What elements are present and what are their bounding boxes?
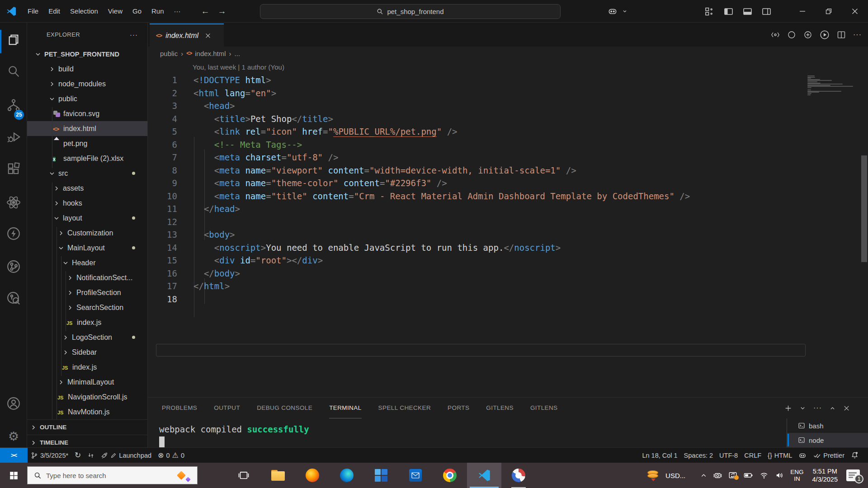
wifi-tray-icon[interactable] <box>760 471 769 479</box>
menu-run[interactable]: Run <box>146 5 169 18</box>
menu-selection[interactable]: Selection <box>65 5 103 18</box>
customize-layout-icon[interactable] <box>703 5 716 18</box>
camera-tray-icon[interactable] <box>713 471 722 480</box>
close-panel-icon[interactable] <box>843 405 850 412</box>
tree-folder-src[interactable]: src <box>27 166 148 181</box>
tree-folder-node-modules[interactable]: node_modules <box>27 76 148 91</box>
panel-more-actions-icon[interactable]: ··· <box>813 404 822 412</box>
tree-folder-notificationsect-[interactable]: NotificationSect... <box>27 270 148 285</box>
run-file-button[interactable] <box>820 30 830 40</box>
store-button[interactable] <box>364 463 398 488</box>
encoding-item[interactable]: UTF-8 <box>716 452 741 459</box>
tree-folder-build[interactable]: build <box>27 61 148 76</box>
compare-item[interactable] <box>84 448 98 463</box>
copilot-icon[interactable] <box>606 5 619 18</box>
tree-file-navmotion-js[interactable]: JSNavMotion.js <box>27 404 148 419</box>
menu-moremoremore[interactable]: ··· <box>169 5 186 18</box>
panel-tab-debug-console[interactable]: DEBUG CONSOLE <box>257 398 312 418</box>
settings-gear-icon[interactable]: ⚙ <box>0 425 27 448</box>
gitlens-icon[interactable] <box>0 255 27 278</box>
panel-tab-ports[interactable]: PORTS <box>448 398 469 418</box>
toggle-primary-sidebar-icon[interactable] <box>722 5 735 18</box>
tree-file-index-js[interactable]: JSindex.js <box>27 360 148 375</box>
mail-button[interactable] <box>398 463 433 488</box>
thunder-client-icon[interactable] <box>0 222 27 245</box>
volume-tray-icon[interactable] <box>775 471 784 479</box>
editor-more-actions-icon[interactable]: ··· <box>853 31 862 39</box>
display-sync-tray-icon[interactable] <box>728 471 737 480</box>
tray-chevron-up-icon[interactable] <box>700 472 707 479</box>
explorer-icon[interactable] <box>0 28 27 52</box>
minimize-button[interactable] <box>789 0 816 23</box>
menu-go[interactable]: Go <box>127 5 146 18</box>
terminal-entry-node[interactable]: node <box>787 433 868 447</box>
chevron-down-icon[interactable] <box>622 9 627 14</box>
breadcrumb-public[interactable]: public <box>160 50 178 57</box>
command-center-search[interactable]: pet_shop_frontend <box>260 4 561 19</box>
breadcrumb-symbol[interactable]: ... <box>235 50 241 57</box>
timeline-section[interactable]: TIMELINE <box>27 435 148 447</box>
close-button[interactable] <box>842 0 868 23</box>
terminal-entry-bash[interactable]: bash <box>787 418 868 433</box>
toggle-panel-icon[interactable] <box>741 5 754 18</box>
notifications-bell[interactable] <box>848 451 862 459</box>
tree-folder-sidebar[interactable]: Sidebar <box>27 345 148 360</box>
panel-tab-output[interactable]: OUTPUT <box>214 398 240 418</box>
git-branch-item[interactable]: 3/5/2025* <box>28 448 71 463</box>
tree-root-folder[interactable]: PET_SHOP_FRONTEND <box>27 47 148 61</box>
extensions-icon[interactable] <box>0 157 27 180</box>
clock[interactable]: 5:51 PM 4/3/2025 <box>812 467 838 483</box>
tree-folder-layout[interactable]: layout <box>27 211 148 225</box>
file-explorer-button[interactable] <box>261 463 295 488</box>
copilot-status-item[interactable] <box>795 451 810 460</box>
action-center-icon[interactable]: 1 <box>846 469 860 481</box>
outline-section[interactable]: OUTLINE <box>27 419 148 435</box>
menu-view[interactable]: View <box>103 5 127 18</box>
tree-file-pet-png[interactable]: pet.png <box>27 136 148 151</box>
menu-file[interactable]: File <box>23 5 43 18</box>
search-highlights-icon[interactable] <box>177 471 186 480</box>
breadcrumb-file[interactable]: index.html <box>195 50 226 57</box>
taskbar-search-input[interactable]: Type here to search <box>27 466 198 484</box>
terminal-profile-chevron-icon[interactable] <box>800 405 806 411</box>
firefox-button[interactable] <box>295 463 330 488</box>
forward-arrow-icon[interactable]: → <box>218 6 226 16</box>
tree-file-samplefile-2-xlsx[interactable]: xsampleFile (2).xlsx <box>27 151 148 166</box>
tree-folder-profilesection[interactable]: ProfileSection <box>27 285 148 300</box>
restore-button[interactable] <box>816 0 842 23</box>
language-mode-item[interactable]: {} HTML <box>764 452 795 459</box>
react-devtools-icon[interactable] <box>0 191 27 214</box>
tree-file-index-html[interactable]: <>index.html <box>27 121 148 136</box>
menu-edit[interactable]: Edit <box>43 5 65 18</box>
panel-tab-terminal[interactable]: TERMINAL <box>329 398 361 418</box>
currency-app-icon[interactable] <box>647 469 659 481</box>
panel-tab-gitlens-2[interactable]: GITLENS <box>530 398 558 418</box>
run-debug-icon[interactable] <box>0 125 27 149</box>
panel-tab-spell-checker[interactable]: SPELL CHECKER <box>378 398 431 418</box>
task-view-button[interactable] <box>226 463 261 488</box>
cursor-position-item[interactable]: Ln 18, Col 1 <box>639 452 680 459</box>
git-blame-lens[interactable]: You, last week | 1 author (You) <box>193 61 284 74</box>
split-editor-icon[interactable] <box>837 30 846 39</box>
minimap[interactable] <box>807 75 857 97</box>
tree-file-favicon-svg[interactable]: favicon.svg <box>27 106 148 121</box>
tree-folder-public[interactable]: public <box>27 91 148 106</box>
chrome-button[interactable] <box>433 463 467 488</box>
editor-scrollbar[interactable] <box>861 155 867 262</box>
tab-index-html[interactable]: <> index.html <box>150 23 224 47</box>
battery-tray-icon[interactable] <box>744 472 753 479</box>
back-arrow-icon[interactable]: ← <box>201 6 210 16</box>
tree-file-navigationscroll-js[interactable]: JSNavigationScroll.js <box>27 389 148 404</box>
explorer-more-actions-icon[interactable]: ··· <box>130 31 138 38</box>
gitlens-launchpad-item[interactable]: Launchpad <box>98 448 155 463</box>
currency-label[interactable]: USD... <box>665 472 685 479</box>
search-sidebar-icon[interactable] <box>0 60 27 83</box>
tree-folder-customization[interactable]: Customization <box>27 225 148 240</box>
maximize-panel-icon[interactable] <box>830 405 835 411</box>
open-changes-icon[interactable] <box>771 30 780 39</box>
formatter-item[interactable]: Prettier <box>810 452 848 459</box>
tree-folder-header[interactable]: Header <box>27 255 148 270</box>
tree-folder-mainlayout[interactable]: MainLayout <box>27 240 148 255</box>
tree-file-index-js[interactable]: JSindex.js <box>27 315 148 330</box>
edge-button[interactable] <box>330 463 364 488</box>
